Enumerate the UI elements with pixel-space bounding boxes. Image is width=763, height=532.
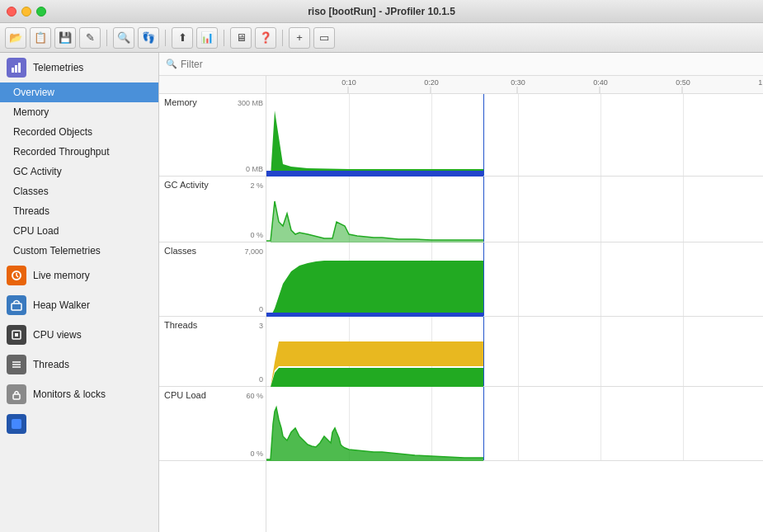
chart-label-cpu: CPU Load 60 % 0 %: [159, 387, 266, 461]
live-memory-label: Live memory: [33, 270, 90, 281]
window-title: riso [bootRun] - JProfiler 10.1.5: [308, 6, 455, 17]
chart-row-gc: [266, 177, 763, 242]
monitor-button[interactable]: 🖥: [230, 27, 252, 49]
sidebar-section-monitors[interactable]: Monitors & locks: [0, 379, 158, 409]
svg-marker-18: [266, 261, 483, 317]
minimize-button[interactable]: [21, 7, 31, 16]
bottom-icon: [7, 414, 26, 434]
help-button[interactable]: ❓: [255, 27, 276, 49]
sidebar-section-cpu-views[interactable]: CPU views: [0, 320, 158, 350]
heap-walker-icon: [7, 295, 26, 315]
svg-rect-2: [18, 63, 21, 73]
cpu-views-icon: [7, 325, 26, 345]
svg-rect-4: [12, 304, 21, 310]
current-time-classes: [483, 242, 484, 316]
tick-0-20: [431, 87, 433, 93]
maximize-button[interactable]: [36, 7, 46, 16]
content-area: 🔍 Memory 300 MB 0 MB: [159, 53, 763, 532]
memory-svg: [266, 94, 763, 177]
ruler-spacer: [159, 76, 266, 94]
close-button[interactable]: [7, 7, 16, 16]
chart-label-gc: GC Activity 2 % 0 %: [159, 177, 266, 242]
search-button[interactable]: 🔍: [113, 27, 134, 49]
current-time-threads: [483, 317, 484, 386]
main-layout: Telemetries Overview Memory Recorded Obj…: [0, 53, 763, 532]
charts-scroll[interactable]: 0:10 0:20 0:30 0:40 0:50 1:00: [266, 76, 763, 532]
toolbar: 📂 📋 💾 ✎ 🔍 👣 ⬆ 📊 🖥 ❓ + ▭: [0, 23, 763, 53]
chart-label-memory: Memory 300 MB 0 MB: [159, 94, 266, 177]
filter-icon: 🔍: [166, 59, 177, 69]
current-time-cpu: [483, 387, 484, 460]
telemetries-icon: [7, 58, 26, 78]
svg-marker-14: [266, 171, 483, 177]
current-time-gc: [483, 177, 484, 242]
titlebar: riso [bootRun] - JProfiler 10.1.5: [0, 0, 763, 23]
heap-walker-label: Heap Walker: [33, 299, 90, 311]
sidebar-item-cpu-load[interactable]: CPU Load: [0, 221, 158, 241]
separator-1: [106, 30, 107, 46]
filter-bar: 🔍: [159, 53, 763, 76]
sidebar-item-threads[interactable]: Threads: [0, 201, 158, 221]
traffic-lights: [7, 7, 46, 16]
sidebar-section-heap-walker[interactable]: Heap Walker: [0, 290, 158, 320]
tick-0-50: [682, 87, 685, 93]
chart-row-classes: [266, 242, 763, 317]
monitors-icon: [7, 384, 26, 404]
add-button[interactable]: +: [289, 27, 310, 49]
sidebar-section-threads[interactable]: Threads: [0, 350, 158, 379]
sidebar-item-recorded-throughput[interactable]: Recorded Throughput: [0, 142, 158, 162]
sidebar-item-classes[interactable]: Classes: [0, 181, 158, 201]
sidebar-item-recorded-objects[interactable]: Recorded Objects: [0, 122, 158, 142]
classes-svg: [266, 242, 763, 317]
chart-button[interactable]: 📊: [196, 27, 218, 49]
tick-0-10: [348, 87, 351, 93]
current-time-memory: [483, 94, 484, 176]
svg-rect-10: [13, 394, 20, 399]
sidebar: Telemetries Overview Memory Recorded Obj…: [0, 53, 159, 532]
sidebar-section-bottom[interactable]: [0, 409, 158, 439]
chart-label-classes: Classes 7,000 0: [159, 242, 266, 317]
chart-labels-column: Memory 300 MB 0 MB GC Activity 2 % 0 %: [159, 76, 266, 532]
cpu-svg: [266, 387, 763, 461]
open-button[interactable]: 📂: [5, 27, 26, 49]
separator-3: [224, 30, 224, 46]
export-button[interactable]: ⬆: [172, 27, 193, 49]
threads-svg: [266, 317, 763, 387]
sidebar-section-live-memory[interactable]: Live memory: [0, 261, 158, 290]
svg-marker-13: [266, 111, 483, 177]
new-button[interactable]: 📋: [30, 27, 51, 49]
separator-4: [282, 30, 283, 46]
threads-label: Threads: [33, 359, 69, 370]
cpu-views-label: CPU views: [33, 329, 82, 341]
chart-row-threads: [266, 317, 763, 387]
save-button[interactable]: 💾: [54, 27, 76, 49]
timeline-container: Memory 300 MB 0 MB GC Activity 2 % 0 %: [159, 76, 763, 532]
sidebar-item-memory[interactable]: Memory: [0, 102, 158, 122]
svg-marker-16: [266, 201, 483, 242]
filter-input[interactable]: [181, 59, 756, 70]
gc-svg: [266, 177, 763, 242]
svg-rect-0: [12, 68, 14, 73]
time-ruler: 0:10 0:20 0:30 0:40 0:50 1:00: [266, 76, 763, 94]
edit-button[interactable]: ✎: [79, 27, 101, 49]
threads-icon: [7, 355, 26, 374]
chart-row-cpu: [266, 387, 763, 461]
chart-row-memory: [266, 94, 763, 177]
sidebar-item-overview[interactable]: Overview: [0, 82, 158, 102]
svg-rect-12: [266, 94, 483, 177]
chart-label-threads: Threads 3 0: [159, 317, 266, 387]
live-memory-icon: [7, 266, 26, 285]
sidebar-section-telemetries[interactable]: Telemetries: [0, 53, 158, 82]
monitors-label: Monitors & locks: [33, 388, 106, 400]
svg-rect-11: [12, 419, 21, 429]
charts-inner: 0:10 0:20 0:30 0:40 0:50 1:00: [266, 76, 763, 461]
layout-button[interactable]: ▭: [313, 27, 335, 49]
separator-2: [165, 30, 166, 46]
sidebar-item-custom-telemetries[interactable]: Custom Telemetries: [0, 241, 158, 261]
tick-0-30: [517, 87, 520, 93]
svg-rect-6: [15, 333, 18, 337]
svg-rect-1: [15, 65, 17, 73]
step-button[interactable]: 👣: [138, 27, 159, 49]
sidebar-item-gc-activity[interactable]: GC Activity: [0, 162, 158, 181]
svg-marker-22: [266, 368, 483, 387]
